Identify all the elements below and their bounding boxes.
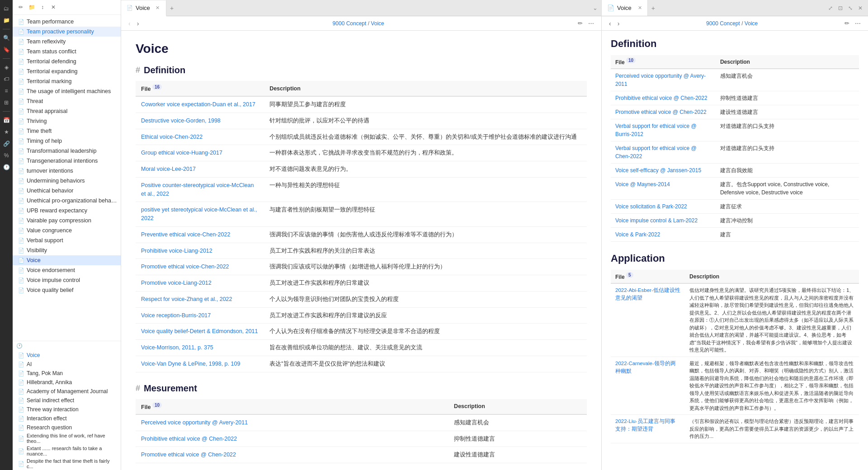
recent-serial[interactable]: 📄 Serial indirect effect	[13, 396, 121, 405]
recent-tang[interactable]: 📄 Tang, Pok Man	[13, 369, 121, 378]
tree-item-team-proactive[interactable]: 📄 Team proactive personality	[13, 27, 121, 37]
right-tab-add-btn[interactable]: +	[648, 5, 659, 12]
tree-item-territorial-defending[interactable]: 📄 Territorial defending	[13, 56, 121, 66]
right-def-file-link[interactable]: Voice @ Maynes-2014	[615, 181, 670, 188]
new-folder-btn[interactable]: 📁	[27, 3, 36, 12]
recent-research[interactable]: 📄 Research question	[13, 423, 121, 432]
right-def-file-link[interactable]: Verbal support for ethical voice @ Burri…	[615, 123, 697, 137]
right-app-file-link[interactable]: 2022-Liu-员工建言与同事支持：期望违背	[615, 418, 675, 432]
definition-file-link[interactable]: Group ethical voice-Huang-2017	[141, 150, 222, 156]
definition-file-link[interactable]: Destructive voice-Gorden, 1998	[141, 118, 221, 124]
measurement-file-link[interactable]: Perceived voice opportunity @ Avery-2011	[141, 419, 248, 426]
tree-item-team-status[interactable]: 📄 Team status conflict	[13, 47, 121, 56]
bookmark-nav-icon[interactable]: 🔖	[1, 45, 11, 55]
tree-item-turnover[interactable]: 📄 turnover intentions	[13, 166, 121, 176]
list-nav-icon[interactable]: ≡	[1, 86, 11, 96]
folder-nav-icon[interactable]: 📁	[1, 15, 11, 25]
recent-extending[interactable]: 📄 Extending this line of work, ref have …	[13, 432, 121, 445]
definition-file-link[interactable]: Voice-Van Dyne & LePine, 1998, p. 109	[141, 361, 240, 367]
right-back-btn[interactable]: ‹	[607, 19, 613, 28]
right-split-icon[interactable]: ⊡	[836, 4, 844, 12]
add-tab-btn[interactable]: +	[166, 5, 177, 12]
link-icon[interactable]: 🔗	[1, 139, 11, 149]
right-app-file-link[interactable]: 2022-Abi-Esber-低估建设性意见的渴望	[615, 287, 680, 301]
table-nav-icon[interactable]: ⊞	[1, 98, 11, 108]
right-def-file-link[interactable]: Promotive ethical voice @ Chen-2022	[615, 109, 707, 115]
forward-btn[interactable]: ›	[135, 19, 141, 28]
right-app-file-link[interactable]: 2022-Carnevale-领导的两种幽默	[615, 361, 676, 374]
tree-item-transgenerational[interactable]: 📄 Transgenerational intentions	[13, 156, 121, 166]
tree-item-unethical-pro[interactable]: 📄 Unethical pro-organizational behavior	[13, 196, 121, 206]
recent-voice[interactable]: 📄 Voice	[13, 351, 121, 360]
definition-file-link[interactable]: Voice reception-Burris-2017	[141, 312, 211, 319]
files-icon[interactable]: 🗂	[1, 4, 11, 14]
right-def-file-link[interactable]: Voice & Park-2022	[615, 231, 660, 238]
definition-file-link[interactable]: Respect for voice-Zhang et al., 2022	[141, 296, 232, 302]
tree-item-variable-pay[interactable]: 📄 Vairable pay compression	[13, 216, 121, 226]
tree-item-transformational[interactable]: 📄 Transformational leadership	[13, 146, 121, 156]
back-btn[interactable]: ‹	[127, 19, 132, 28]
right-def-file-link[interactable]: Voice self-efficacy @ Janssen-2015	[615, 167, 701, 174]
tree-item-time-theft[interactable]: 📄 Time theft	[13, 126, 121, 136]
collapse-btn[interactable]: ↕	[38, 3, 47, 12]
tree-item-intelligent-machines[interactable]: 📄 The usage of intelligent machines	[13, 86, 121, 96]
recent-three-way[interactable]: 📄 Three way interaction	[13, 405, 121, 414]
recent-despite[interactable]: 📄 Despite the fact that time theft is fa…	[13, 457, 121, 470]
right-forward-btn[interactable]: ›	[616, 19, 622, 28]
right-tab-close-btn[interactable]: ✕	[638, 5, 642, 11]
tree-item-territorial-expanding[interactable]: 📄 Territorial expanding	[13, 66, 121, 76]
recent-interaction[interactable]: 📄 Interaction effect	[13, 414, 121, 423]
tree-item-team-reflexivity[interactable]: 📄 Team reflexivity	[13, 37, 121, 47]
new-file-btn[interactable]: ✏	[16, 3, 25, 12]
clock-icon[interactable]: 🕐	[1, 162, 11, 172]
edit-icon[interactable]: ✏	[576, 19, 585, 28]
tab-close-btn[interactable]: ✕	[155, 4, 160, 12]
close-panel-btn[interactable]: ✕	[49, 3, 58, 12]
tree-item-voice[interactable]: 📄 Voice	[13, 255, 121, 265]
tree-item-voice-endorsement[interactable]: 📄 Voice endorsement	[13, 265, 121, 275]
right-maximize-icon[interactable]: ⤡	[846, 4, 854, 12]
definition-file-link[interactable]: Ethical voice-Chen-2022	[141, 134, 203, 140]
tree-item-verbal-support[interactable]: 📄 Verbal support	[13, 235, 121, 245]
tree-item-team-performance[interactable]: 📄 Team performance	[13, 17, 121, 27]
right-expand-icon[interactable]: ⤢	[826, 4, 835, 12]
right-def-file-link[interactable]: Voice impulse control & Lam-2022	[615, 217, 698, 224]
recent-academy[interactable]: 📄 Academy of Management Journal	[13, 387, 121, 396]
right-def-file-link[interactable]: Voice solicitation & Park-2022	[615, 203, 687, 210]
search-nav-icon[interactable]: 🔍	[1, 33, 11, 43]
menu-icon[interactable]: ⋯	[586, 19, 596, 28]
definition-file-link[interactable]: Coworker voice expectation-Duan et al., …	[141, 101, 255, 108]
main-tab-voice[interactable]: 📄 Voice ✕	[121, 0, 166, 16]
percent-icon[interactable]: %	[1, 150, 11, 160]
tree-item-voice-quality[interactable]: 📄 Voice quality belief	[13, 285, 121, 295]
graph-icon[interactable]: ◈	[1, 62, 11, 72]
definition-file-link[interactable]: Positive counter-stereotypical voice-McC…	[141, 182, 254, 197]
tree-item-upb[interactable]: 📄 UPB reward expectancy	[13, 206, 121, 216]
star-icon[interactable]: ★	[1, 127, 11, 137]
right-edit-icon[interactable]: ✏	[843, 19, 851, 28]
definition-file-link[interactable]: Moral voice-Lee-2017	[141, 166, 196, 172]
tree-item-value-congruence[interactable]: 📄 Value congruence	[13, 226, 121, 235]
tree-item-thriving[interactable]: 📄 Thriving	[13, 116, 121, 126]
recent-extant[interactable]: 📄 Extant ...... research fails to take a…	[13, 445, 121, 457]
right-close-icon[interactable]: ✕	[856, 4, 864, 12]
tag-icon[interactable]: 🏷	[1, 74, 11, 84]
right-menu-icon[interactable]: ⋯	[853, 19, 863, 28]
definition-file-link[interactable]: Prohibitive voice-Liang-2012	[141, 248, 212, 254]
definition-file-link[interactable]: Voice-Morrison, 2011, p. 375	[141, 344, 213, 351]
calendar-icon[interactable]: 📅	[1, 115, 11, 125]
definition-file-link[interactable]: Preventive ethical voice-Chen-2022	[141, 231, 230, 238]
definition-file-link[interactable]: positive yet stereotypical voice-McClean…	[141, 207, 257, 221]
definition-file-link[interactable]: Voice quality belief-Detert & Edmondson,…	[141, 328, 258, 334]
recent-ai[interactable]: 📄 AI	[13, 360, 121, 369]
recent-hillebrandt[interactable]: 📄 Hillebrandt, Annika	[13, 378, 121, 387]
tree-item-visibility[interactable]: 📄 Visibility	[13, 245, 121, 255]
definition-file-link[interactable]: Promotive ethical voice-Chen-2022	[141, 263, 229, 270]
right-def-file-link[interactable]: Prohibitive ethical voice @ Chen-2022	[615, 95, 708, 101]
tree-item-undermining[interactable]: 📄 Undermining behaviors	[13, 176, 121, 186]
tree-item-threat-appraisal[interactable]: 📄 Threat appraisal	[13, 106, 121, 116]
right-def-file-link[interactable]: Perceived voice opportunity @ Avery-2011	[615, 73, 706, 87]
tree-item-territorial-marking[interactable]: 📄 Territorial marking	[13, 76, 121, 86]
measurement-file-link[interactable]: Promotive ethical voice @ Chen-2022	[141, 451, 236, 458]
tree-item-threat[interactable]: 📄 Threat	[13, 96, 121, 106]
